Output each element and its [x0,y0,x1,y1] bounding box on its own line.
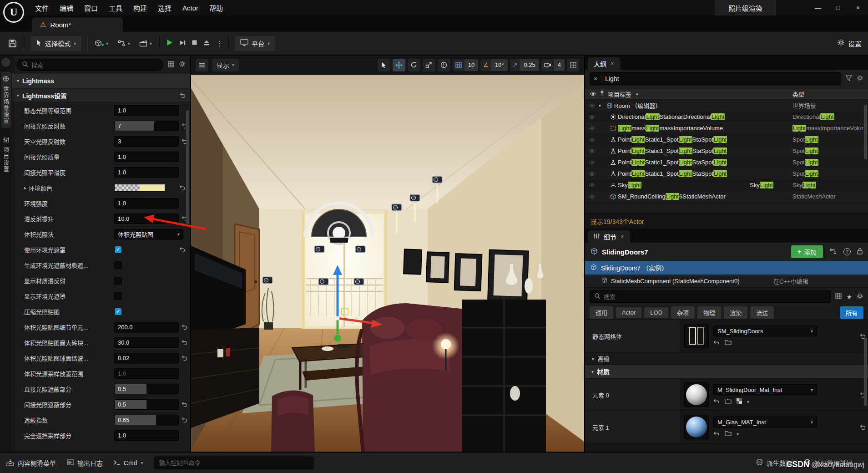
material-select[interactable]: M_SlidingDoor_Mat_Inst▾ [713,384,817,395]
select-mode-dropdown[interactable]: 选择模式 ▾ [30,36,81,51]
filter-通用[interactable]: 通用 [590,306,613,319]
close-button[interactable]: × [848,0,868,15]
filter-所有[interactable]: 所有 [840,306,863,319]
filter-渲染[interactable]: 渲染 [724,306,747,319]
checkbox[interactable]: ✓ [114,246,122,254]
viewport-layout-icon[interactable] [567,59,580,71]
material-thumbnail[interactable] [684,415,709,439]
value-field[interactable]: 1.0 [114,152,179,162]
reset-button[interactable] [179,402,190,407]
menu-item-文件[interactable]: 文件 [30,1,54,15]
play-options-icon[interactable]: ⋮ [216,39,223,48]
expander-icon[interactable]: ▸ [24,185,26,190]
menu-item-选择[interactable]: 选择 [153,1,177,15]
filter-流送[interactable]: 流送 [750,306,774,319]
menu-item-帮助[interactable]: 帮助 [204,1,228,15]
expander-icon[interactable]: ▾ [599,103,605,108]
maximize-button[interactable]: □ [828,0,848,15]
browse-folder-icon[interactable] [725,398,732,405]
column-type[interactable]: 类型 [792,90,804,98]
use-asset-icon[interactable] [713,430,720,437]
close-icon[interactable]: × [621,233,624,240]
dropdown-field[interactable]: 体积光照贴图▾ [114,229,183,239]
filter-LOD[interactable]: LOD [644,307,668,318]
menu-item-构建[interactable]: 构建 [128,1,152,15]
grid-view-icon[interactable] [168,61,174,69]
world-settings-tab[interactable]: 世界场景设置 [1,72,11,128]
eye-icon[interactable] [589,115,598,119]
value-field[interactable]: 0.5 [114,399,179,410]
minimize-button[interactable]: — [808,0,828,15]
chevron-down-icon[interactable]: ▾ [747,399,749,404]
reset-button[interactable] [177,247,187,253]
reset-button[interactable] [180,92,186,98]
eye-icon[interactable] [589,172,598,176]
outliner-row-3[interactable]: PointLightStatic1_SpotLightStaSpotLightS… [585,134,868,145]
menu-item-编辑[interactable]: 编辑 [55,1,78,15]
rotation-snap-control[interactable]: ∠10° [480,59,507,71]
rotate-tool-icon[interactable] [408,59,420,71]
move-tool-icon[interactable] [393,59,405,71]
save-button[interactable] [6,37,19,50]
clear-search-icon[interactable]: × [594,75,597,82]
value-field[interactable]: 3 [114,136,179,147]
outliner-row-0[interactable]: ▾Room （编辑器）世界场景 [585,100,868,111]
material-thumbnail[interactable] [684,382,709,407]
project-settings-tab[interactable]: 项目设置 [1,133,11,176]
launch-button[interactable] [203,40,210,47]
use-asset-icon[interactable] [713,398,720,405]
help-icon[interactable]: ? [843,248,851,255]
outliner-row-5[interactable]: PointLightStatic1_SpotLightStaSpotLightS… [585,157,868,168]
eye-icon[interactable] [590,91,596,97]
outliner-column-headers[interactable]: 项目标签 ▲ 类型 [585,88,868,100]
advanced-section[interactable]: ▸高级 [585,352,868,365]
reset-button[interactable] [179,340,190,346]
content-drawer-button[interactable]: 内容侧滑菜单 [6,458,56,468]
filter-物理[interactable]: 物理 [697,306,721,319]
value-field[interactable]: 1.0 [114,198,179,209]
stop-button[interactable] [192,40,197,47]
cmd-dropdown[interactable]: Cmd ▾ [114,459,143,467]
eye-icon[interactable] [589,149,598,153]
eye-icon[interactable] [589,194,598,199]
materials-section-header[interactable]: ▾材质 [585,365,868,379]
editor-settings-button[interactable]: 设置 [837,39,862,48]
browse-folder-icon[interactable] [725,339,732,346]
value-field[interactable]: 0.5 [114,384,179,394]
component-tree-icon[interactable] [829,248,837,256]
outliner-row-8[interactable]: SM_RoundCeilingLight6StaticMeshActorStat… [585,191,868,202]
category-lightmass-settings[interactable]: ▾ Lightmass设置 [12,88,190,103]
filter-funnel-icon[interactable] [846,75,852,82]
static-mesh-select[interactable]: SM_SlidingDoors▾ [713,326,817,336]
add-actor-button[interactable]: ▾ [93,38,110,49]
unreal-logo-icon[interactable]: U [3,2,24,23]
frame-skip-button[interactable] [179,40,186,47]
reset-button[interactable] [857,424,868,430]
viewport-options-icon[interactable] [196,59,208,71]
chevron-down-icon[interactable]: ▾ [737,432,739,437]
camera-speed-control[interactable]: 4 [541,59,565,71]
close-icon[interactable]: × [611,60,614,67]
value-field[interactable]: 7 [114,121,179,131]
photo-render-button[interactable]: 照片级渲染 [715,0,776,15]
value-field[interactable]: 1.0 [114,105,179,116]
outliner-row-4[interactable]: PointLightStatic1_SpotLightStaSpotLightS… [585,145,868,157]
value-field[interactable]: 200.0 [114,322,179,332]
add-component-button[interactable]: +添加 [791,245,823,258]
browse-folder-icon[interactable] [725,430,732,437]
checkbox[interactable] [114,277,122,285]
value-field[interactable]: 1.0 [114,368,179,379]
checkbox[interactable] [114,292,122,300]
tab-room[interactable]: ⚠ Room* [32,17,123,32]
viewport-scene[interactable] [191,75,584,452]
filter-杂项[interactable]: 杂项 [671,306,695,319]
checkbox[interactable]: ✓ [114,308,122,315]
menu-item-工具[interactable]: 工具 [104,1,127,15]
instance-selected-row[interactable]: SlidingDoors7 （实例） [585,261,868,275]
world-local-toggle-icon[interactable] [438,59,450,71]
reset-button[interactable] [179,355,190,361]
eye-icon[interactable] [589,126,598,131]
gear-icon[interactable] [179,61,186,69]
lock-icon[interactable] [857,248,863,256]
reset-button[interactable] [179,324,190,330]
